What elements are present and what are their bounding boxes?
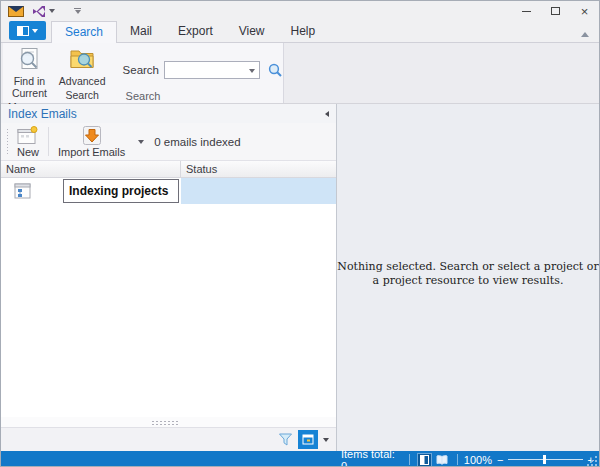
panel-titlebar: Index Emails <box>1 104 336 123</box>
new-project-button[interactable]: New <box>12 123 44 160</box>
panel-bottom-bar <box>1 427 336 451</box>
ribbon-group-search: Find in Current Message Advanced Search … <box>3 43 284 103</box>
tab-search[interactable]: Search <box>51 21 117 43</box>
tab-help[interactable]: Help <box>278 21 329 42</box>
customize-toolbar-icon[interactable] <box>74 8 81 14</box>
horizontal-splitter[interactable] <box>1 417 336 427</box>
column-header-status[interactable]: Status <box>181 161 336 177</box>
view-toggle-button[interactable] <box>298 430 318 449</box>
zoom-out-button[interactable]: − <box>497 454 503 466</box>
chevron-down-icon <box>32 29 38 33</box>
find-in-message-icon <box>16 47 42 73</box>
column-header-name[interactable]: Name <box>1 161 181 177</box>
project-icon <box>14 183 32 200</box>
button-label-line: Advanced <box>59 75 106 87</box>
advanced-search-icon <box>68 47 96 73</box>
titlebar: × <box>1 1 599 21</box>
tab-export[interactable]: Export <box>165 21 226 42</box>
panel-toolbar: New Import Emails 0 emails indexed <box>1 123 336 161</box>
card-view-button[interactable] <box>417 453 433 467</box>
tab-view[interactable]: View <box>226 21 278 42</box>
minimize-button[interactable] <box>512 1 541 21</box>
app-menu-button[interactable] <box>9 21 46 40</box>
main-area: Index Emails New <box>1 104 599 451</box>
window-controls: × <box>512 1 599 21</box>
collapse-ribbon-icon[interactable] <box>581 32 589 37</box>
new-project-icon <box>17 126 39 145</box>
reading-view-button[interactable] <box>434 453 450 467</box>
collapse-panel-icon[interactable] <box>325 111 329 117</box>
close-icon: × <box>581 5 589 18</box>
find-in-current-message-button[interactable]: Find in Current Message <box>3 46 56 113</box>
zoom-level-text: 100% <box>464 454 492 466</box>
results-panel: Nothing selected. Search or select a pro… <box>337 104 599 451</box>
project-row[interactable] <box>1 178 336 204</box>
import-options-chevron-icon[interactable] <box>138 140 144 144</box>
empty-results-message: Nothing selected. Search or select a pro… <box>337 260 599 288</box>
grid-header: Name Status <box>1 161 336 178</box>
zoom-slider[interactable] <box>508 459 582 460</box>
project-name-edit-input[interactable] <box>63 179 179 203</box>
toolbar-grip[interactable] <box>6 128 9 155</box>
ribbon-tab-row: Search Mail Export View Help <box>1 21 599 43</box>
search-field-label: Search <box>123 64 159 76</box>
statusbar-content: Items total: 0 100% − + <box>341 448 599 467</box>
button-label: Import Emails <box>58 146 125 158</box>
import-emails-icon <box>80 126 104 145</box>
indexed-status-text: 0 emails indexed <box>154 136 240 148</box>
search-input[interactable] <box>167 63 245 77</box>
statusbar-separator <box>409 454 410 465</box>
view-options-chevron-icon[interactable] <box>323 438 329 442</box>
filter-icon[interactable] <box>278 432 293 447</box>
window-view-icon <box>302 434 314 445</box>
toolbar-separator <box>48 127 49 156</box>
quick-access-vs-icon[interactable] <box>33 6 55 17</box>
chevron-down-icon[interactable] <box>249 69 255 73</box>
ribbon-group-label: Search <box>3 90 283 102</box>
ribbon: Find in Current Message Advanced Search … <box>1 43 599 104</box>
button-label: New <box>17 146 39 158</box>
index-emails-panel: Index Emails New <box>1 104 337 451</box>
items-total-text: Items total: 0 <box>341 448 403 467</box>
book-icon <box>436 455 448 465</box>
search-icon <box>268 63 283 78</box>
close-button[interactable]: × <box>570 1 599 21</box>
columns-icon <box>17 26 29 36</box>
card-view-icon <box>420 455 429 465</box>
search-cluster: Search <box>123 61 283 79</box>
statusbar-separator <box>457 454 458 465</box>
tab-mail[interactable]: Mail <box>117 21 165 42</box>
app-window: × Search Mail Export View Help <box>0 0 600 467</box>
splitter-grip-icon <box>151 420 179 425</box>
project-list-empty-area[interactable] <box>1 204 336 417</box>
search-combobox[interactable] <box>164 61 260 79</box>
run-search-button[interactable] <box>268 63 283 78</box>
panel-title: Index Emails <box>8 107 77 121</box>
chevron-down-icon <box>49 9 55 13</box>
zoom-slider-thumb[interactable] <box>543 455 546 464</box>
statusbar: Items total: 0 100% − + <box>1 451 599 467</box>
app-logo-mail-icon <box>8 6 24 17</box>
maximize-icon <box>551 7 560 15</box>
resize-grip-icon[interactable] <box>587 456 597 466</box>
minimize-icon <box>522 11 531 12</box>
project-status-cell <box>181 178 336 204</box>
import-emails-button[interactable]: Import Emails <box>53 123 130 160</box>
maximize-button[interactable] <box>541 1 570 21</box>
